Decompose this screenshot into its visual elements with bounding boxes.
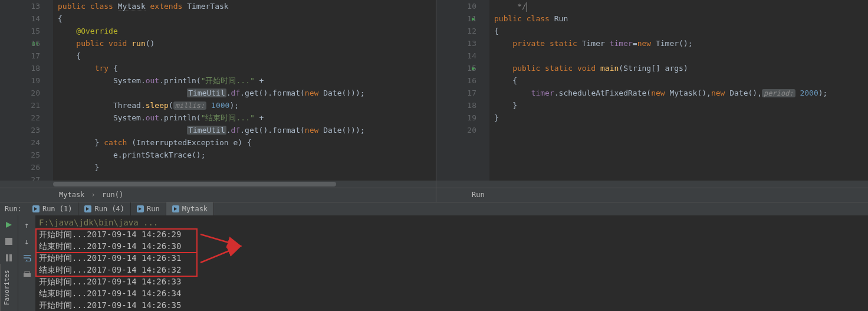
run-toolwindow: Run: Run (1)Run (4)RunMytask ↑ ↓ F:\java… bbox=[0, 202, 868, 311]
code-line[interactable] bbox=[494, 124, 868, 136]
favorites-sidebar-tab[interactable]: Favorites bbox=[0, 264, 13, 311]
code-line[interactable]: } bbox=[494, 99, 868, 112]
console-line: 开始时间...2017-09-14 14:26:31 bbox=[39, 252, 864, 264]
chevron-right-icon: › bbox=[91, 191, 96, 199]
run-config-icon bbox=[172, 205, 179, 212]
run-config-icon bbox=[137, 205, 144, 212]
code-line[interactable] bbox=[494, 50, 868, 62]
code-line[interactable]: public class Run bbox=[494, 12, 868, 25]
code-line[interactable]: */ bbox=[494, 0, 868, 12]
wrap-icon[interactable] bbox=[21, 252, 33, 264]
run-tab-label: Run bbox=[147, 205, 160, 213]
code-line[interactable]: } bbox=[494, 112, 868, 124]
code-line[interactable]: @Override bbox=[58, 25, 436, 37]
code-line[interactable]: Thread.sleep(millis: 1000); bbox=[58, 99, 436, 112]
code-line[interactable]: try { bbox=[58, 62, 436, 74]
run-tab-label: Mytask bbox=[182, 205, 208, 213]
code-line[interactable]: public static void main(String[] args) bbox=[494, 62, 868, 74]
run-config-icon bbox=[32, 205, 40, 212]
code-line[interactable]: System.out.println("开始时间..." + bbox=[58, 74, 436, 87]
code-line[interactable]: } bbox=[58, 161, 436, 173]
run-tab-label: Run (1) bbox=[42, 205, 73, 213]
console-line: 开始时间...2017-09-14 14:26:29 bbox=[39, 228, 864, 240]
run-gutter-icon[interactable]: ▶ bbox=[472, 12, 475, 25]
console-line: 结束时间...2017-09-14 14:26:34 bbox=[39, 287, 864, 299]
hscrollbar-left[interactable] bbox=[0, 181, 436, 188]
gutter-right: 1011▶12131415▶1617181920 bbox=[436, 0, 489, 181]
override-icon[interactable]: o↑ bbox=[32, 37, 39, 50]
console-line: F:\java\jdk\bin\java ... bbox=[39, 217, 864, 228]
breadcrumb-method[interactable]: run() bbox=[102, 191, 123, 199]
breadcrumb-left[interactable]: Mytask › run() bbox=[0, 188, 436, 202]
run-tab-label: Run (4) bbox=[94, 205, 124, 213]
run-side-toolbar: ↑ ↓ bbox=[18, 215, 35, 311]
run-config-icon bbox=[84, 205, 91, 212]
console-output[interactable]: F:\java\jdk\bin\java ...开始时间...2017-09-1… bbox=[35, 215, 868, 311]
code-line[interactable]: TimeUtil.df.get().format(new Date())); bbox=[58, 124, 436, 136]
breadcrumb-right[interactable]: Run bbox=[436, 188, 868, 202]
hscrollbar-right[interactable] bbox=[436, 181, 868, 188]
console-line: 开始时间...2017-09-14 14:26:35 bbox=[39, 299, 864, 311]
up-arrow-icon[interactable]: ↑ bbox=[21, 219, 33, 231]
editor-right: 1011▶12131415▶1617181920 */public class … bbox=[436, 0, 868, 202]
stop-button[interactable] bbox=[3, 235, 15, 247]
console-line: 结束时间...2017-09-14 14:26:32 bbox=[39, 264, 864, 276]
run-tabs: Run (1)Run (4)RunMytask bbox=[27, 202, 214, 215]
down-arrow-icon[interactable]: ↓ bbox=[21, 235, 33, 247]
console-line: 结束时间...2017-09-14 14:26:30 bbox=[39, 240, 864, 252]
run-header: Run: Run (1)Run (4)RunMytask bbox=[0, 202, 868, 215]
code-line[interactable]: { bbox=[58, 50, 436, 62]
run-tab[interactable]: Run bbox=[131, 202, 166, 215]
breadcrumb-class[interactable]: Mytask bbox=[59, 191, 84, 199]
code-line[interactable]: e.printStackTrace(); bbox=[58, 149, 436, 161]
run-label: Run: bbox=[0, 205, 27, 213]
svg-marker-0 bbox=[6, 222, 12, 228]
code-line[interactable]: System.out.println("结束时间..." + bbox=[58, 112, 436, 124]
code-line[interactable]: private static Timer timer=new Timer(); bbox=[494, 37, 868, 50]
pause-button[interactable] bbox=[3, 252, 15, 264]
svg-rect-2 bbox=[6, 254, 8, 261]
svg-rect-1 bbox=[5, 238, 12, 245]
code-line[interactable]: { bbox=[494, 25, 868, 37]
code-line[interactable]: } catch (InterruptedException e) { bbox=[58, 136, 436, 149]
code-line[interactable]: { bbox=[494, 74, 868, 87]
code-area-right[interactable]: 1011▶12131415▶1617181920 */public class … bbox=[436, 0, 868, 181]
code-line[interactable] bbox=[58, 173, 436, 181]
print-icon[interactable] bbox=[21, 269, 33, 280]
console-line: 开始时间...2017-09-14 14:26:33 bbox=[39, 276, 864, 287]
code-line[interactable]: TimeUtil.df.get().format(new Date())); bbox=[58, 87, 436, 99]
code-line[interactable]: { bbox=[58, 12, 436, 25]
code-left[interactable]: public class Mytask extends TimerTask{ @… bbox=[53, 0, 436, 181]
code-line[interactable]: public void run() bbox=[58, 37, 436, 50]
code-line[interactable]: timer.scheduleAtFixedRate(new Mytask(),n… bbox=[494, 87, 868, 99]
run-tab[interactable]: Run (4) bbox=[78, 202, 131, 215]
run-tab[interactable]: Run (1) bbox=[27, 202, 79, 215]
editor-left: 13141516o↑1718192021222324252627 public … bbox=[0, 0, 436, 202]
run-gutter-icon[interactable]: ▶ bbox=[472, 62, 475, 74]
svg-rect-3 bbox=[9, 254, 12, 261]
rerun-button[interactable] bbox=[3, 219, 15, 231]
code-area-left[interactable]: 13141516o↑1718192021222324252627 public … bbox=[0, 0, 436, 181]
code-right[interactable]: */public class Run{ private static Timer… bbox=[489, 0, 868, 181]
breadcrumb-class[interactable]: Run bbox=[472, 191, 485, 199]
code-line[interactable]: public class Mytask extends TimerTask bbox=[58, 0, 436, 12]
run-tab[interactable]: Mytask bbox=[166, 202, 214, 215]
gutter-left: 13141516o↑1718192021222324252627 bbox=[0, 0, 53, 181]
